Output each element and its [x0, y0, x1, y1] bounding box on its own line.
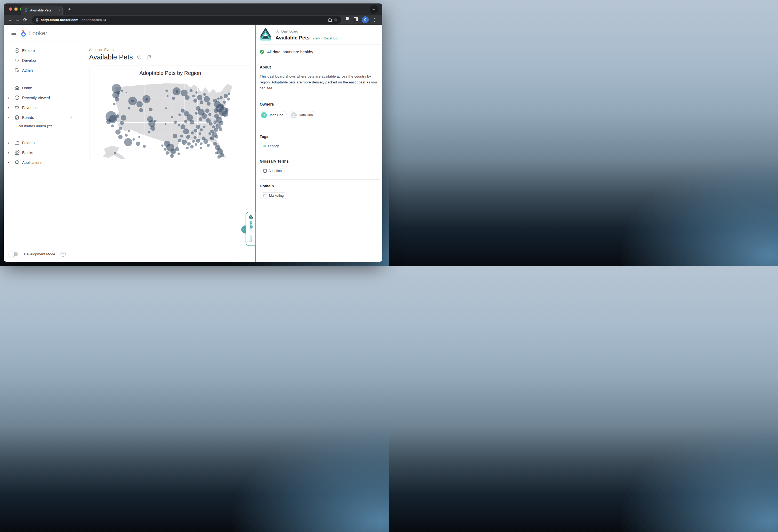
owner-pill-data-hub[interactable]: Data Hub [290, 111, 316, 119]
about-section: About This dashboard shows where pets ar… [260, 59, 381, 96]
datahub-panel: Dashboard Available Pets view in DataHub… [255, 25, 382, 262]
health-status-row: All data inputs are healthy [260, 45, 381, 59]
owners-heading: Owners [260, 102, 381, 106]
looker-page: Looker Explore Develop [4, 25, 382, 262]
chevron-right-icon[interactable]: ▸ [8, 96, 12, 99]
glossary-heading: Glossary Terms [260, 159, 381, 163]
domain-folder-icon [263, 194, 267, 197]
menu-icon[interactable] [11, 31, 16, 36]
nav-group-top: Explore Develop Admin [4, 42, 78, 79]
boards-empty-text: No boards added yet [4, 122, 78, 130]
heart-icon [14, 105, 19, 110]
side-panel-icon[interactable] [354, 17, 358, 23]
health-check-icon [260, 50, 264, 54]
sidebar-item-applications[interactable]: ▸ Applications [4, 158, 78, 167]
page-title: Available Pets [89, 53, 133, 61]
browser-tab[interactable]: Available Pets × [21, 6, 63, 15]
tag-color-dot [263, 145, 266, 148]
sidebar-item-admin[interactable]: Admin [4, 65, 78, 75]
clipboard-icon [14, 115, 19, 120]
development-mode-row: Development Mode ? [4, 246, 78, 262]
blocks-icon [14, 150, 19, 155]
chevron-down-icon[interactable]: ▾ [8, 116, 12, 119]
datahub-logo-small-icon [248, 214, 253, 219]
breadcrumb[interactable]: Adoption Events [89, 48, 115, 52]
forward-icon[interactable]: → [14, 16, 21, 23]
domain-heading: Domain [260, 184, 381, 188]
sidebar-item-explore[interactable]: Explore [4, 46, 78, 56]
close-window-button[interactable] [9, 7, 12, 11]
share-icon[interactable] [328, 18, 332, 22]
browser-menu-icon[interactable]: ⋮ [373, 17, 377, 22]
browser-window: Available Pets × + ← → ⟳ acryl.cloud.loo… [4, 3, 382, 262]
chevron-right-icon[interactable]: ▸ [8, 142, 12, 144]
development-mode-toggle[interactable] [9, 252, 18, 256]
sidebar-item-boards[interactable]: ▾ Boards + [4, 112, 78, 122]
glossary-chip-adoption[interactable]: Adoption [260, 168, 285, 174]
add-board-button[interactable]: + [70, 115, 73, 120]
map-tile[interactable]: Adoptable Pets by Region [90, 66, 251, 160]
clock-icon [14, 95, 19, 100]
data-insights-tab[interactable]: Data Insights [246, 211, 255, 246]
url-path: /dashboards/13 [81, 18, 106, 22]
favorite-heart-icon[interactable] [137, 55, 142, 60]
tab-title: Available Pets [30, 8, 56, 12]
help-icon[interactable]: ? [61, 252, 66, 257]
chevron-right-icon[interactable]: ▸ [8, 161, 12, 164]
bookmark-star-icon[interactable]: ☆ [334, 17, 337, 22]
toolbar-right: C ⋮ [345, 16, 377, 23]
owner-avatar-person-icon [291, 112, 297, 118]
owner-pill-john-doe[interactable]: J John Doe [260, 111, 287, 119]
sidebar-item-blocks[interactable]: ▸ Blocks [4, 148, 78, 158]
tile-title: Adoptable Pets by Region [90, 70, 251, 76]
minimize-window-button[interactable] [14, 7, 18, 11]
shield-person-icon [14, 68, 19, 73]
code-icon [14, 58, 19, 63]
datahub-logo-icon [260, 27, 271, 41]
back-icon[interactable]: ← [6, 16, 14, 23]
sidebar-item-develop[interactable]: Develop [4, 56, 78, 65]
profile-avatar[interactable]: C [362, 16, 369, 23]
sidebar-item-home[interactable]: Home [4, 83, 78, 93]
entity-type-label: Dashboard [281, 29, 298, 33]
data-insights-label: Data Insights [249, 221, 253, 242]
us-bubble-map[interactable] [92, 78, 249, 161]
looker-mark-icon [20, 30, 27, 37]
new-tab-button[interactable]: + [66, 6, 73, 13]
tab-search-chevron-icon[interactable] [370, 5, 378, 14]
app-header: Looker [4, 25, 78, 41]
glossary-term-icon [263, 169, 266, 173]
sidebar-item-favorites[interactable]: ▸ Favorites [4, 103, 78, 112]
nav-group-main: Home ▸ Recently Viewed ▸ Favorites [4, 79, 78, 134]
glossary-section: Glossary Terms Adoption [260, 155, 381, 179]
view-in-datahub-link[interactable]: view in DataHub → [313, 36, 341, 40]
address-bar[interactable]: acryl.cloud.looker.com/dashboards/13 ☆ [32, 16, 341, 24]
sidebar-item-folders[interactable]: ▸ Folders [4, 138, 78, 148]
tag-chip-legacy[interactable]: Legacy [260, 143, 282, 149]
owner-avatar: J [261, 112, 267, 118]
extensions-icon[interactable] [345, 17, 350, 23]
close-tab-icon[interactable]: × [58, 8, 60, 12]
puzzle-icon [14, 160, 19, 165]
compass-icon [14, 48, 19, 53]
home-icon [14, 85, 19, 90]
tags-heading: Tags [260, 134, 381, 139]
chevron-right-icon[interactable]: ▸ [8, 106, 12, 109]
about-heading: About [260, 65, 381, 69]
looker-logo[interactable]: Looker [20, 30, 47, 37]
looker-favicon [24, 8, 28, 12]
lock-icon [36, 18, 38, 22]
dashboard-gauge-icon [276, 29, 280, 33]
url-domain: acryl.cloud.looker.com [41, 18, 78, 22]
sidebar-item-recently-viewed[interactable]: ▸ Recently Viewed [4, 93, 78, 103]
about-text: This dashboard shows where pets are avai… [260, 74, 380, 91]
development-mode-label: Development Mode [24, 252, 55, 256]
health-status-text: All data inputs are healthy [267, 50, 313, 54]
entity-name: Available Pets [276, 35, 310, 41]
chevron-right-icon[interactable]: ▸ [8, 151, 12, 154]
domain-chip-marketing[interactable]: Marketing [260, 192, 288, 199]
tags-section: Tags Legacy [260, 130, 381, 155]
add-to-board-icon[interactable] [146, 55, 151, 60]
reload-icon[interactable]: ⟳ [21, 16, 29, 23]
tab-strip: Available Pets × + [4, 3, 382, 15]
